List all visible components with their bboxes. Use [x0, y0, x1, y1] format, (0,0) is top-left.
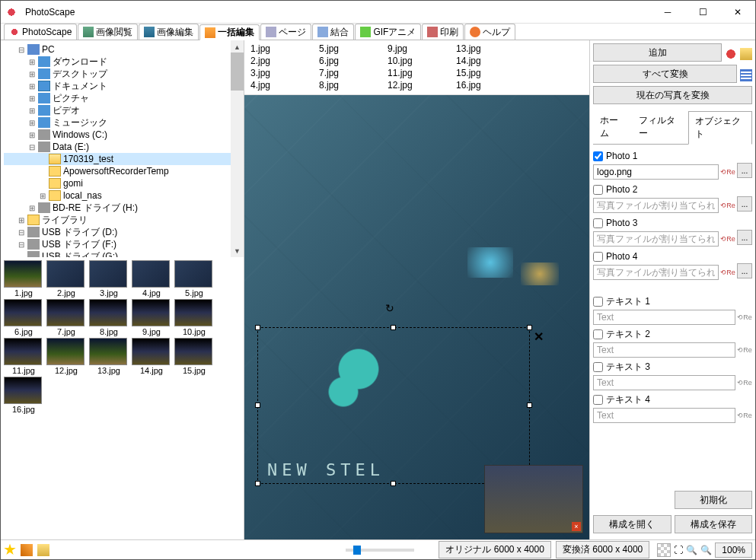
text-checkbox[interactable]	[593, 297, 603, 307]
file-item[interactable]: 4.jpg	[250, 80, 319, 92]
browse-button[interactable]: ...	[737, 263, 752, 278]
expander-icon[interactable]: ⊞	[28, 94, 36, 103]
expander-icon[interactable]: ⊟	[18, 46, 25, 54]
reset-icon[interactable]: ⟲Re	[737, 342, 752, 358]
tree-item[interactable]: ⊞local_nas	[4, 189, 241, 202]
thumbnail[interactable]: 3.jpg	[89, 260, 129, 298]
rotate-handle-icon[interactable]: ↻	[385, 302, 394, 314]
thumbnail[interactable]: 12.jpg	[46, 338, 86, 375]
text-input[interactable]	[593, 342, 735, 358]
favorite-icon[interactable]	[4, 544, 16, 556]
list-icon[interactable]	[740, 69, 752, 81]
file-item[interactable]: 13.jpg	[456, 43, 525, 56]
expander-icon[interactable]: ⊞	[28, 204, 36, 212]
maximize-button[interactable]: ☐	[685, 1, 720, 24]
thumbnail[interactable]: 6.jpg	[4, 299, 43, 336]
expander-icon[interactable]: ⊞	[28, 58, 36, 66]
tab-photoscape[interactable]: PhotoScape	[4, 24, 77, 40]
file-item[interactable]: 12.jpg	[388, 80, 456, 92]
photo-path-input[interactable]	[593, 198, 719, 213]
tree-item[interactable]: ⊞ビデオ	[4, 104, 241, 116]
photo-path-input[interactable]	[593, 231, 719, 247]
reset-icon[interactable]: ⟲Re	[720, 231, 735, 247]
tree-item[interactable]: 170319_test	[4, 153, 241, 165]
expander-icon[interactable]: ⊞	[28, 131, 36, 139]
tab-editor[interactable]: 画像編集	[139, 24, 199, 40]
reset-icon[interactable]: ⟲Re	[720, 265, 735, 280]
fit-icon[interactable]: ⛶	[674, 545, 683, 555]
file-item[interactable]: 14.jpg	[456, 56, 525, 68]
reset-icon[interactable]: ⟲Re	[720, 164, 735, 180]
tab-gif[interactable]: GIFアニメ	[355, 24, 421, 40]
close-button[interactable]: ✕	[720, 1, 755, 24]
text-input[interactable]	[593, 310, 735, 325]
reset-icon[interactable]: ⟲Re	[737, 310, 752, 325]
zoom-in-icon[interactable]: 🔍	[700, 545, 712, 555]
file-item[interactable]: 11.jpg	[388, 68, 456, 80]
subtab-home[interactable]: ホーム	[593, 110, 632, 144]
file-item[interactable]: 8.jpg	[319, 80, 388, 92]
scroll-down-icon[interactable]: ▼	[231, 244, 244, 257]
reset-button[interactable]: 初期化	[675, 491, 753, 509]
tree-item[interactable]: USB ドライブ (G:)	[4, 250, 241, 257]
navigator-thumbnail[interactable]: ×	[484, 465, 583, 533]
converted-dimensions-button[interactable]: 変換済 6000 x 4000	[556, 541, 649, 558]
thumbnail[interactable]: 7.jpg	[46, 299, 86, 336]
expander-icon[interactable]: ⊞	[28, 119, 36, 127]
file-item[interactable]: 1.jpg	[250, 43, 319, 56]
tree-item[interactable]: ⊞ライブラリ	[4, 214, 241, 226]
selection-box[interactable]	[257, 327, 530, 484]
tree-item[interactable]: ⊟Data (E:)	[4, 141, 241, 153]
photo-checkbox[interactable]	[593, 218, 603, 228]
thumbnail[interactable]: 8.jpg	[89, 299, 129, 336]
resize-handle[interactable]	[255, 325, 260, 330]
photo-checkbox[interactable]	[593, 151, 603, 161]
thumbnail[interactable]: 16.jpg	[4, 377, 43, 414]
text-input[interactable]	[593, 408, 735, 423]
wand-icon[interactable]	[21, 544, 33, 556]
expander-icon[interactable]: ⊟	[28, 143, 36, 151]
text-checkbox[interactable]	[593, 395, 603, 405]
thumbnail[interactable]: 10.jpg	[174, 299, 214, 336]
tree-item[interactable]: ⊟PC	[4, 43, 241, 56]
text-input[interactable]	[593, 375, 735, 390]
tab-combine[interactable]: 結合	[312, 24, 354, 40]
resize-handle[interactable]	[255, 481, 260, 486]
thumbnail[interactable]: 2.jpg	[46, 260, 86, 298]
resize-handle[interactable]	[391, 325, 396, 330]
file-item[interactable]: 2.jpg	[250, 56, 319, 68]
expander-icon[interactable]: ⊞	[39, 192, 46, 200]
remove-overlay-icon[interactable]: ✕	[534, 329, 544, 344]
browse-button[interactable]: ...	[737, 230, 752, 245]
expander-icon[interactable]: ⊟	[18, 240, 25, 249]
zoom-level[interactable]: 100%	[715, 542, 752, 558]
reset-icon[interactable]: ⟲Re	[737, 408, 752, 423]
navigator-close-icon[interactable]: ×	[572, 522, 581, 531]
tree-item[interactable]: ⊞BD-RE ドライブ (H:)	[4, 202, 241, 214]
transparency-icon[interactable]	[657, 543, 671, 557]
photo-path-input[interactable]	[593, 164, 719, 180]
tab-batch[interactable]: 一括編集	[199, 24, 260, 40]
resize-handle[interactable]	[527, 325, 532, 330]
save-config-button[interactable]: 構成を保存	[675, 515, 753, 533]
folder-tree[interactable]: ⊟PC⊞ダウンロード⊞デスクトップ⊞ドキュメント⊞ピクチャ⊞ビデオ⊞ミュージック…	[1, 40, 244, 257]
subtab-object[interactable]: オブジェクト	[688, 111, 752, 145]
tree-item[interactable]: ⊟USB ドライブ (D:)	[4, 226, 241, 238]
scroll-thumb[interactable]	[231, 52, 244, 91]
file-item[interactable]: 10.jpg	[388, 56, 456, 68]
file-item[interactable]: 3.jpg	[250, 68, 319, 80]
add-button[interactable]: 追加	[593, 43, 722, 62]
thumbnail[interactable]: 14.jpg	[132, 338, 171, 375]
tree-item[interactable]: ⊞ピクチャ	[4, 92, 241, 104]
file-item[interactable]: 9.jpg	[388, 43, 456, 56]
preview-area[interactable]: NEW STEL ↻ ✕ ×	[244, 95, 589, 539]
photo-checkbox[interactable]	[593, 185, 603, 195]
scrollbar[interactable]: ▲▼	[231, 40, 244, 257]
file-item[interactable]: 15.jpg	[456, 68, 525, 80]
minimize-button[interactable]: ─	[650, 1, 685, 24]
file-item[interactable]: 6.jpg	[319, 56, 388, 68]
file-list[interactable]: 1.jpg2.jpg3.jpg4.jpg5.jpg6.jpg7.jpg8.jpg…	[244, 40, 589, 95]
tree-item[interactable]: ⊞ダウンロード	[4, 56, 241, 68]
expander-icon[interactable]: ⊞	[28, 70, 36, 78]
original-dimensions-button[interactable]: オリジナル 6000 x 4000	[439, 541, 550, 558]
